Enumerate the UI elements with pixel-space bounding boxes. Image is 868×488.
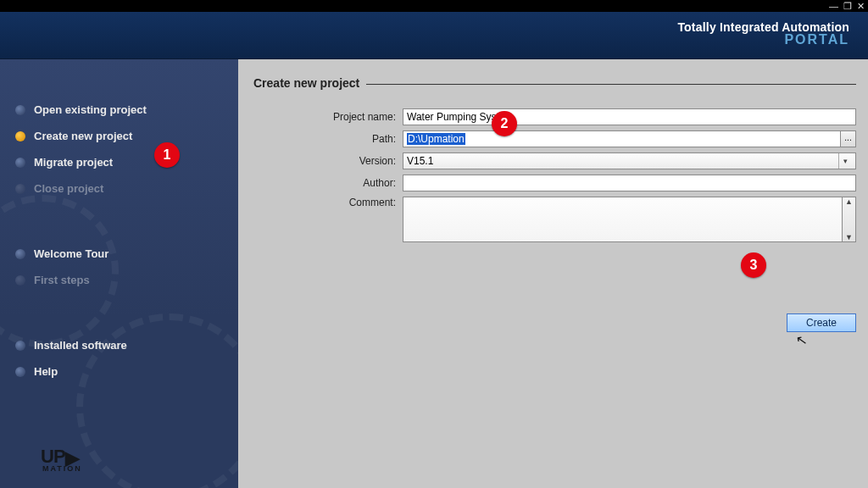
bullet-icon bbox=[15, 105, 25, 115]
sidebar-item-help[interactable]: Help bbox=[15, 358, 223, 385]
nav-group-welcome: Welcome Tour First steps bbox=[15, 241, 223, 293]
sidebar: Open existing project Create new project… bbox=[0, 59, 238, 488]
browse-path-button[interactable]: ... bbox=[841, 130, 856, 147]
play-icon: ▶ bbox=[65, 447, 79, 469]
cursor-icon: ↖ bbox=[794, 331, 808, 349]
path-input[interactable]: D:\Upmation bbox=[403, 130, 841, 147]
bullet-icon bbox=[15, 184, 25, 194]
sidebar-item-installed-software[interactable]: Installed software bbox=[15, 332, 223, 358]
sidebar-item-label: Welcome Tour bbox=[34, 247, 108, 260]
bullet-icon bbox=[15, 249, 25, 259]
label-project-name: Project name: bbox=[301, 111, 403, 123]
sidebar-item-label: Open existing project bbox=[34, 103, 147, 116]
bullet-icon bbox=[15, 158, 25, 168]
minimize-button[interactable]: — bbox=[829, 2, 838, 11]
create-project-form: Project name: Path: D:\Upmation ... Vers… bbox=[253, 108, 856, 242]
nav-group-misc: Installed software Help bbox=[15, 332, 223, 385]
version-select[interactable]: V15.1 ▾ bbox=[403, 152, 856, 169]
label-version: Version: bbox=[301, 155, 403, 167]
scroll-up-icon: ▲ bbox=[845, 197, 853, 206]
version-select-value: V15.1 bbox=[407, 155, 433, 167]
sidebar-item-first-steps: First steps bbox=[15, 267, 223, 293]
brand-block: Totally Integrated Automation PORTAL bbox=[677, 20, 849, 47]
label-path: Path: bbox=[301, 133, 403, 145]
chevron-down-icon: ▾ bbox=[838, 153, 852, 169]
annotation-badge-1: 1 bbox=[154, 142, 180, 168]
sidebar-item-close-project: Close project bbox=[15, 175, 223, 202]
sidebar-item-migrate[interactable]: Migrate project bbox=[15, 149, 223, 175]
app-header: Totally Integrated Automation PORTAL bbox=[0, 12, 868, 59]
sidebar-item-label: Migrate project bbox=[34, 156, 113, 169]
project-name-input[interactable] bbox=[403, 108, 856, 125]
label-comment: Comment: bbox=[301, 197, 403, 208]
sidebar-item-label: Help bbox=[34, 365, 58, 378]
sidebar-item-create-new[interactable]: Create new project bbox=[15, 123, 223, 149]
scrollbar[interactable]: ▲ ▼ bbox=[843, 197, 856, 242]
create-button[interactable]: Create bbox=[787, 313, 856, 332]
bullet-icon bbox=[15, 367, 25, 377]
sidebar-item-label: First steps bbox=[34, 274, 90, 286]
bullet-icon bbox=[15, 131, 25, 141]
upmation-logo: UP▶ MATION bbox=[41, 446, 82, 473]
sidebar-item-welcome-tour[interactable]: Welcome Tour bbox=[15, 241, 223, 267]
annotation-badge-2: 2 bbox=[492, 111, 517, 136]
restore-button[interactable]: ❐ bbox=[843, 2, 852, 11]
bullet-icon bbox=[15, 275, 25, 286]
section-title-text: Create new project bbox=[253, 76, 359, 90]
author-input[interactable] bbox=[403, 175, 856, 191]
brand-line2: PORTAL bbox=[677, 32, 849, 47]
content-area: Create new project Project name: Path: D… bbox=[238, 59, 868, 488]
nav-group-projects: Open existing project Create new project… bbox=[15, 97, 223, 202]
section-title: Create new project bbox=[253, 76, 856, 90]
window-titlebar: — ❐ ✕ bbox=[0, 0, 868, 12]
bullet-icon bbox=[15, 341, 25, 351]
sidebar-item-label: Create new project bbox=[34, 130, 132, 142]
annotation-badge-3: 3 bbox=[741, 252, 766, 278]
sidebar-item-open-existing[interactable]: Open existing project bbox=[15, 97, 223, 123]
close-button[interactable]: ✕ bbox=[857, 2, 865, 11]
scroll-down-icon: ▼ bbox=[845, 233, 853, 241]
comment-textarea[interactable] bbox=[403, 197, 843, 242]
sidebar-item-label: Close project bbox=[34, 182, 103, 195]
path-input-value: D:\Upmation bbox=[407, 133, 465, 145]
divider bbox=[366, 84, 856, 85]
label-author: Author: bbox=[301, 177, 403, 189]
sidebar-item-label: Installed software bbox=[34, 339, 127, 352]
